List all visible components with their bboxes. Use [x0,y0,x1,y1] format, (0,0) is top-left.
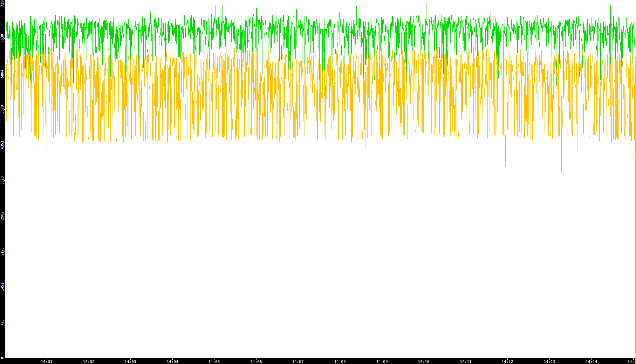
x-axis [0,358,636,364]
y-tick-label: 1451 [1,283,4,291]
timeseries-chart: 0725145121762902362843535079580465307256… [0,0,636,364]
y-tick-label: 4353 [1,141,4,149]
y-tick-label: 5804 [1,70,4,78]
x-tick-label: 14:06 [250,360,262,364]
y-tick-label: 7256 [1,0,4,7]
yellow-edge-drop-line [635,56,636,364]
x-tick-label: 14:09 [376,360,388,364]
y-tick-label: 2176 [1,247,4,256]
x-tick-label: 14:02 [83,360,94,364]
x-tick-label: 14:01 [41,360,52,364]
x-tick-label: 14:11 [460,360,471,364]
x-tick-label: 14:13 [543,360,555,364]
y-tick-label: 5079 [1,105,4,114]
chart-plot-canvas [0,0,636,364]
y-tick-label: 0 [1,357,4,359]
y-tick-label: 6530 [1,34,4,42]
x-tick-label: 14:14 [586,360,597,364]
x-tick-label: 14:04 [166,360,178,364]
x-tick-label: 14:10 [418,360,429,364]
y-tick-label: 2902 [1,212,4,220]
y-tick-label: 725 [1,320,4,326]
x-tick-label: 14:03 [124,360,136,364]
x-tick-label: 14:08 [334,360,346,364]
y-tick-label: 3628 [1,176,4,185]
x-tick-label: 14:12 [501,360,513,364]
x-tick-label: 14:15 [627,360,636,364]
x-tick-label: 14:05 [208,360,220,364]
x-tick-label: 14:07 [292,360,303,364]
